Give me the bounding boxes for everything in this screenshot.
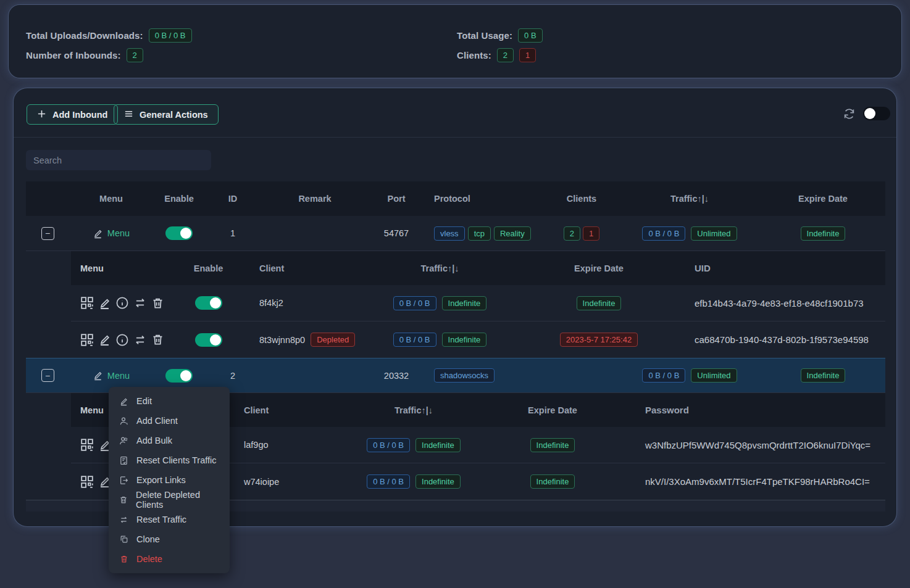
client-name: w74ioipe [232,477,349,487]
client-row: 8f4kj2 0 B / 0 B Indefinite Indefinite e… [71,285,885,321]
reset-traffic-icon[interactable] [133,296,147,310]
clone-icon [119,535,128,544]
expire-tag: Indefinite [530,438,575,452]
client-name: 8t3wjnn8p0 [259,335,305,345]
inbound-menu-button[interactable]: Menu [93,228,130,239]
client-password: nkV/I/3XoAm9v6xMT/T5IcrF4TpeTKF98rHARbRo… [627,476,885,487]
menu-item-label: Reset Traffic [136,515,186,524]
expire-tag: Indefinite [801,226,846,241]
collapse-row-button[interactable]: − [41,227,54,240]
info-icon[interactable] [115,296,129,310]
add-inbound-label: Add Inbound [52,110,107,120]
qr-code-icon[interactable] [80,296,94,310]
clients-subtable-1: Menu Enable Client Traffic↑|↓ Expire Dat… [71,251,885,358]
minus-icon: − [45,229,50,238]
qr-code-icon[interactable] [80,438,94,452]
inbound-menu-button[interactable]: Menu [93,370,130,381]
sub-header-expire: Expire Date [506,263,691,273]
clients-count-label: Clients: [457,50,491,60]
users-add-icon [119,436,128,445]
menu-item-export-links[interactable]: Export Links [109,470,230,490]
header-menu: Menu [69,194,153,204]
delete-icon[interactable] [151,333,164,346]
header-remark: Remark [261,194,369,204]
menu-item-label: Add Client [136,416,178,426]
inbounds-count-label: Number of Inbounds: [26,50,121,60]
enable-toggle[interactable] [165,369,193,383]
menu-item-add-client[interactable]: Add Client [109,411,230,431]
inbound-id: 1 [205,228,261,238]
clients-active-tag: 2 [564,226,580,241]
inbound-context-menu: Edit Add Client Add Bulk Reset Clients T… [109,387,230,573]
delete-icon[interactable] [151,297,164,310]
menu-item-reset-clients-traffic[interactable]: Reset Clients Traffic [109,450,230,470]
traffic-limit-tag: Indefinite [415,438,461,452]
enable-toggle[interactable] [195,296,222,310]
sub-header-traffic-sort[interactable]: Traffic↑|↓ [374,263,506,273]
sub-header-client: Client [241,263,374,273]
traffic-tag: 0 B / 0 B [393,333,436,347]
search-input[interactable] [26,150,211,170]
sub-header-enable: Enable [176,263,241,273]
general-actions-button[interactable]: General Actions [114,104,219,125]
header-traffic-sort[interactable]: Traffic↑|↓ [619,194,761,204]
protocol-tag: shadowsocks [434,368,495,383]
enable-toggle[interactable] [165,226,193,240]
menu-item-label: Export Links [136,475,186,485]
edit-pen-icon[interactable] [98,297,111,310]
stats-card: Total Uploads/Downloads: 0 B / 0 B Numbe… [9,5,901,78]
menu-item-label: Delete [136,554,162,564]
traffic-tag: 0 B / 0 B [367,474,410,489]
edit-pen-icon[interactable] [98,333,111,346]
qr-code-icon[interactable] [80,475,94,489]
traffic-tag: 0 B / 0 B [393,296,436,310]
expire-tag: 2023-5-7 17:25:42 [560,333,638,347]
traffic-tag: 0 B / 0 B [642,368,685,383]
menu-item-label: Edit [136,396,152,406]
sub-header-traffic-sort[interactable]: Traffic↑|↓ [349,405,478,415]
edit-pen-icon [93,228,103,239]
menu-item-edit[interactable]: Edit [109,391,230,411]
theme-toggle[interactable] [863,107,890,120]
sub-header-password: Password [627,405,885,415]
expire-tag: Indefinite [577,296,622,310]
inbounds-count-value: 2 [127,48,143,62]
inbound-row-1: − Menu 1 54767 vless tcp Reality 2 1 0 [26,216,885,251]
clients-active-value: 2 [497,48,514,62]
reset-traffic-icon[interactable] [133,333,147,347]
network-tag: tcp [468,226,491,241]
header-enable: Enable [153,194,205,204]
traffic-limit-tag: Indefinite [442,296,487,310]
depleted-badge: Depleted [311,333,355,347]
menu-item-add-bulk[interactable]: Add Bulk [109,431,230,450]
inbound-port: 54767 [369,228,424,238]
menu-item-delete[interactable]: Delete [109,549,230,569]
traffic-limit-tag: Unlimited [691,368,737,383]
edit-pen-icon [119,397,128,406]
qr-code-icon[interactable] [80,333,94,347]
inbound-port: 20332 [369,371,424,381]
menu-item-reset-traffic[interactable]: Reset Traffic [109,510,230,529]
menu-item-label: Add Bulk [136,436,172,445]
subtable-header-row: Menu Enable Client Traffic↑|↓ Expire Dat… [71,251,885,285]
menu-item-clone[interactable]: Clone [109,529,230,549]
expire-tag: Indefinite [801,368,846,383]
menu-item-delete-depleted-clients[interactable]: Delete Depleted Clients [109,490,230,510]
uploads-downloads-value: 0 B / 0 B [149,28,192,43]
delete-icon [119,495,128,504]
enable-toggle[interactable] [195,333,222,347]
general-actions-label: General Actions [140,110,208,120]
protocol-tag: vless [434,226,465,241]
header-expire-date: Expire Date [761,194,885,204]
add-inbound-button[interactable]: Add Inbound [27,104,118,125]
toolbar-divider [14,137,896,138]
header-port: Port [369,194,424,204]
security-tag: Reality [494,226,531,241]
client-uid: ca68470b-1940-437d-802b-1f9573e94598 [691,334,885,345]
clients-depleted-value: 1 [519,48,536,62]
collapse-row-button[interactable]: − [41,369,54,382]
info-icon[interactable] [115,333,129,347]
delete-icon [119,555,128,563]
sub-header-expire: Expire Date [478,405,627,415]
refresh-icon[interactable] [841,106,856,121]
